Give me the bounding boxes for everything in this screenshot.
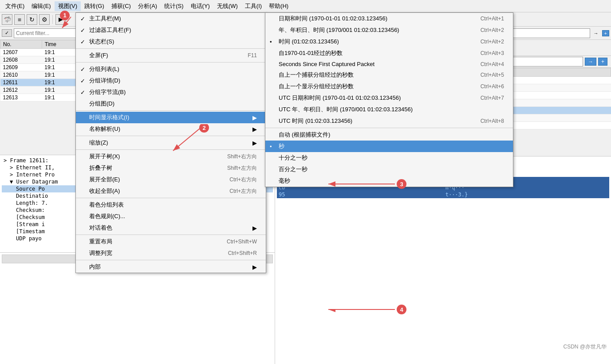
- hex-line-6: 95 t···3.}: [277, 191, 609, 198]
- submenu-arrow-icon: ▶: [252, 264, 257, 270]
- filter-expression-btn[interactable]: ✓: [2, 29, 12, 37]
- view-menu-item[interactable]: 折叠子树Shift+左方向: [76, 162, 266, 174]
- view-menu-item[interactable]: 展开全部(E)Ctrl+右方向: [76, 174, 266, 185]
- toolbar-stop[interactable]: ■: [14, 14, 25, 25]
- view-menu-item[interactable]: ✓分组列表(L): [76, 63, 266, 75]
- menu-item-label: 分组字节流(B): [89, 88, 126, 96]
- cell-no: 12610: [0, 71, 42, 79]
- time-submenu-item[interactable]: 十分之一秒: [265, 152, 513, 164]
- menu-check-icon: ✓: [80, 16, 85, 22]
- menu-statistics[interactable]: 统计(S): [161, 1, 187, 11]
- menu-item-label: 展开全部(E): [89, 176, 120, 184]
- toolbar-shark[interactable]: 🦈: [2, 14, 12, 25]
- view-menu-item[interactable]: 缩放(Z) ▶: [76, 137, 266, 149]
- time-submenu-item[interactable]: 年、年积日、时间 (1970/001 01:02:03.123456)Ctrl+…: [265, 24, 513, 36]
- right-filter-add[interactable]: +: [598, 58, 607, 66]
- cell-no: 12613: [0, 94, 42, 102]
- right-hex-area: 00 ^j 61 _ 00 _ 5 I v 5d: [275, 157, 611, 364]
- menu-telephony[interactable]: 电话(Y): [187, 1, 213, 11]
- time-submenu-item[interactable]: 自上一个捕获分组经过的秒数Ctrl+Alt+5: [265, 69, 513, 81]
- time-submenu-item[interactable]: Seconds Since First Captured PacketCtrl+…: [265, 59, 513, 69]
- separator-1: [52, 15, 53, 24]
- time-submenu-item[interactable]: 日期和时间 (1970-01-01 01:02:03.123456)Ctrl+A…: [265, 13, 513, 24]
- time-shortcut: Ctrl+Alt+4: [463, 61, 504, 67]
- menu-item-label: 折叠子树: [89, 164, 112, 172]
- menu-item-label: 分组图(D): [89, 100, 114, 108]
- view-menu: ✓主工具栏(M)✓过滤器工具栏(F)✓状态栏(S)全屏(F)F11✓分组列表(L…: [75, 12, 266, 273]
- cell-time: 19:1: [42, 94, 78, 102]
- time-item-label: 自上一个显示分组经过的秒数: [279, 82, 354, 90]
- menu-check-icon: ✓: [80, 78, 85, 84]
- cell-time: 19:1: [42, 71, 78, 79]
- view-menu-item[interactable]: 内部 ▶: [76, 261, 266, 273]
- view-menu-item[interactable]: ✓主工具栏(M): [76, 13, 266, 24]
- menu-edit[interactable]: 编辑(E): [28, 1, 54, 11]
- time-submenu-item[interactable]: UTC 日期和时间 (1970-01-01 01:02:03.123456)Ct…: [265, 92, 513, 104]
- time-item-label: 自动 (根据捕获文件): [279, 131, 330, 139]
- view-menu-item[interactable]: 展开子树(X)Shift+右方向: [76, 151, 266, 162]
- view-menu-item[interactable]: 分组图(D): [76, 98, 266, 110]
- menu-separator: [76, 260, 266, 260]
- time-menu-separator: [265, 128, 513, 128]
- view-menu-item[interactable]: 时间显示格式(I) ▶: [76, 112, 266, 123]
- view-menu-item[interactable]: ✓分组字节流(B): [76, 86, 266, 98]
- time-shortcut: Ctrl+Alt+5: [463, 72, 504, 78]
- submenu-arrow-icon: ▶: [252, 126, 257, 133]
- menu-help[interactable]: 帮助(H): [265, 1, 292, 11]
- menu-shortcut: Ctrl+左方向: [212, 188, 257, 195]
- filter-arrow-btn[interactable]: →: [592, 31, 600, 36]
- time-submenu-item[interactable]: 自上一个显示分组经过的秒数Ctrl+Alt+6: [265, 81, 513, 92]
- filter-add-btn[interactable]: +: [602, 30, 609, 36]
- time-submenu-item[interactable]: UTC 时间 (01:02:03.123456)Ctrl+Alt+8: [265, 115, 513, 127]
- time-item-label: 自1970-01-01经过的秒数: [279, 49, 343, 57]
- menu-item-label: 主工具栏(M): [89, 15, 121, 23]
- time-item-label: 十分之一秒: [279, 154, 307, 162]
- time-item-label: 年、年积日、时间 (1970/001 01:02:03.123456): [279, 26, 399, 34]
- view-menu-item[interactable]: 对话着色 ▶: [76, 222, 266, 234]
- menu-capture[interactable]: 捕获(C): [108, 1, 134, 11]
- right-filter-arrow[interactable]: →: [585, 58, 596, 66]
- menu-view[interactable]: 视图(V): [55, 1, 81, 11]
- time-submenu-item[interactable]: 百分之一秒: [265, 164, 513, 175]
- menu-tools[interactable]: 工具(I): [241, 1, 265, 11]
- time-submenu-item[interactable]: 毫秒: [265, 175, 513, 187]
- time-item-label: 毫秒: [279, 177, 290, 185]
- menu-item-label: 收起全部(A): [89, 187, 120, 195]
- menu-separator: [76, 62, 266, 63]
- toolbar-restart[interactable]: ↻: [27, 14, 37, 25]
- time-submenu-item[interactable]: •秒: [265, 141, 513, 152]
- time-submenu-item[interactable]: •时间 (01:02:03.123456)Ctrl+Alt+2: [265, 36, 513, 47]
- view-menu-item[interactable]: ✓分组详情(D): [76, 75, 266, 86]
- menu-item-label: 内部: [89, 263, 101, 271]
- time-submenu-item[interactable]: 自动 (根据捕获文件): [265, 129, 513, 141]
- menu-analyze[interactable]: 分析(A): [134, 1, 161, 11]
- time-item-label: 时间 (01:02:03.123456): [279, 38, 339, 46]
- col-time: Time: [42, 40, 78, 49]
- view-menu-item[interactable]: ✓状态栏(S): [76, 36, 266, 47]
- view-menu-item[interactable]: 全屏(F)F11: [76, 50, 266, 61]
- menu-wireless[interactable]: 无线(W): [213, 1, 241, 11]
- menu-item-label: 重置布局: [89, 238, 112, 246]
- menu-item-label: 全屏(F): [89, 51, 108, 59]
- time-submenu-item[interactable]: 自1970-01-01经过的秒数Ctrl+Alt+3: [265, 47, 513, 59]
- menu-shortcut: Shift+右方向: [209, 153, 257, 160]
- menu-go[interactable]: 跳转(G): [81, 1, 108, 11]
- view-menu-item[interactable]: 名称解析(U) ▶: [76, 123, 266, 135]
- view-menu-item[interactable]: 收起全部(A)Ctrl+左方向: [76, 185, 266, 197]
- menu-item-label: 过滤器工具栏(F): [89, 26, 131, 34]
- time-item-label: UTC 日期和时间 (1970-01-01 01:02:03.123456): [279, 94, 401, 102]
- view-menu-item[interactable]: 重置布局Ctrl+Shift+W: [76, 236, 266, 247]
- view-menu-item[interactable]: 调整列宽Ctrl+Shift+R: [76, 247, 266, 259]
- menu-shortcut: Ctrl+右方向: [212, 176, 257, 184]
- menu-shortcut: Shift+左方向: [209, 164, 257, 172]
- menu-file[interactable]: 文件(E): [2, 1, 28, 11]
- submenu-arrow-icon: ▶: [252, 114, 257, 121]
- view-menu-item[interactable]: 着色分组列表: [76, 199, 266, 211]
- cell-no: 12608: [0, 56, 42, 64]
- menu-bar: 文件(E) 编辑(E) 视图(V) 跳转(G) 捕获(C) 分析(A) 统计(S…: [0, 0, 611, 12]
- view-menu-item[interactable]: 着色规则(C)...: [76, 211, 266, 222]
- toolbar-settings[interactable]: ⚙: [39, 14, 50, 25]
- view-menu-item[interactable]: ✓过滤器工具栏(F): [76, 24, 266, 36]
- time-item-label: 自上一个捕获分组经过的秒数: [279, 71, 354, 79]
- time-submenu-item[interactable]: UTC 年、年积日、时间 (1970/001 01:02:03.123456): [265, 104, 513, 115]
